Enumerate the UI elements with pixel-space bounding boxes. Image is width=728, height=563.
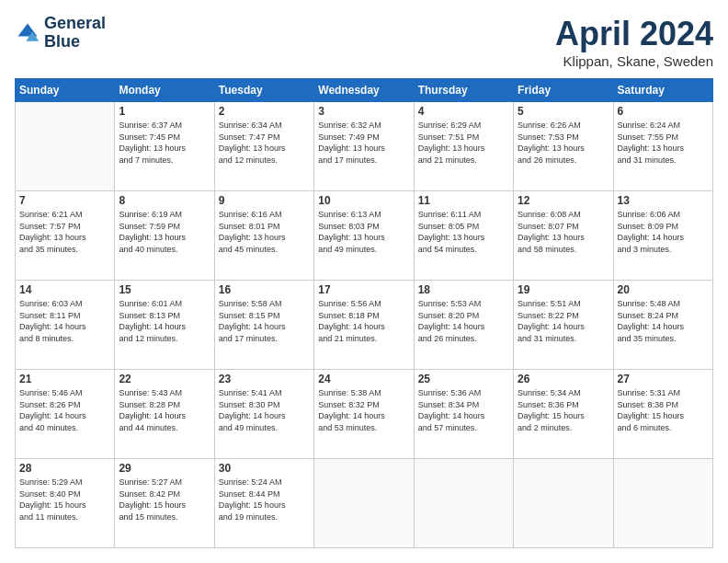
month-title: April 2024 [555,15,713,53]
calendar-cell: 5Sunrise: 6:26 AM Sunset: 7:53 PM Daylig… [514,102,613,191]
calendar-week-row: 14Sunrise: 6:03 AM Sunset: 8:11 PM Dayli… [16,281,713,370]
day-number: 14 [19,283,110,296]
day-info: Sunrise: 6:13 AM Sunset: 8:03 PM Dayligh… [318,209,409,255]
logo-text: General Blue [44,15,106,52]
day-number: 18 [418,283,509,296]
day-info: Sunrise: 5:58 AM Sunset: 8:15 PM Dayligh… [219,298,310,344]
calendar-cell: 11Sunrise: 6:11 AM Sunset: 8:05 PM Dayli… [414,191,513,281]
calendar-cell: 7Sunrise: 6:21 AM Sunset: 7:57 PM Daylig… [16,191,115,281]
day-number: 7 [19,194,110,207]
calendar-cell: 26Sunrise: 5:34 AM Sunset: 8:36 PM Dayli… [514,370,613,459]
day-info: Sunrise: 6:08 AM Sunset: 8:07 PM Dayligh… [518,209,609,255]
day-number: 2 [219,105,310,118]
calendar-cell: 29Sunrise: 5:27 AM Sunset: 8:42 PM Dayli… [115,459,214,548]
calendar-cell: 19Sunrise: 5:51 AM Sunset: 8:22 PM Dayli… [514,281,613,370]
day-number: 1 [119,105,210,118]
day-number: 13 [618,194,709,207]
day-number: 23 [219,373,310,385]
day-number: 24 [318,373,409,385]
calendar-cell: 12Sunrise: 6:08 AM Sunset: 8:07 PM Dayli… [514,191,613,281]
day-number: 28 [19,462,110,475]
day-number: 21 [19,373,110,385]
day-number: 8 [119,194,210,207]
calendar-cell [514,459,613,548]
day-info: Sunrise: 5:24 AM Sunset: 8:44 PM Dayligh… [219,477,310,523]
day-info: Sunrise: 6:19 AM Sunset: 7:59 PM Dayligh… [119,209,210,255]
day-number: 9 [219,194,310,207]
calendar-cell: 9Sunrise: 6:16 AM Sunset: 8:01 PM Daylig… [214,191,313,281]
day-info: Sunrise: 6:01 AM Sunset: 8:13 PM Dayligh… [119,298,210,344]
calendar-cell: 28Sunrise: 5:29 AM Sunset: 8:40 PM Dayli… [16,459,115,548]
day-info: Sunrise: 5:48 AM Sunset: 8:24 PM Dayligh… [618,298,709,344]
day-info: Sunrise: 6:21 AM Sunset: 7:57 PM Dayligh… [19,209,110,255]
day-of-week-header: Wednesday [314,79,414,102]
day-info: Sunrise: 5:27 AM Sunset: 8:42 PM Dayligh… [119,477,210,523]
calendar-week-row: 1Sunrise: 6:37 AM Sunset: 7:45 PM Daylig… [16,102,713,191]
location-subtitle: Klippan, Skane, Sweden [555,53,713,69]
logo-icon [15,20,40,46]
calendar-cell [613,459,712,548]
day-info: Sunrise: 5:53 AM Sunset: 8:20 PM Dayligh… [418,298,509,344]
calendar-cell [16,102,115,191]
day-info: Sunrise: 6:16 AM Sunset: 8:01 PM Dayligh… [219,209,310,255]
calendar-cell: 22Sunrise: 5:43 AM Sunset: 8:28 PM Dayli… [115,370,214,459]
day-number: 6 [618,105,709,118]
day-number: 27 [618,373,709,385]
header: General Blue April 2024 Klippan, Skane, … [15,15,713,69]
calendar-cell: 8Sunrise: 6:19 AM Sunset: 7:59 PM Daylig… [115,191,214,281]
day-info: Sunrise: 6:24 AM Sunset: 7:55 PM Dayligh… [618,120,709,166]
day-info: Sunrise: 5:46 AM Sunset: 8:26 PM Dayligh… [19,387,110,433]
day-number: 5 [518,105,609,118]
calendar-table: SundayMondayTuesdayWednesdayThursdayFrid… [15,78,713,548]
days-of-week-row: SundayMondayTuesdayWednesdayThursdayFrid… [16,79,713,102]
calendar-cell: 25Sunrise: 5:36 AM Sunset: 8:34 PM Dayli… [414,370,513,459]
day-info: Sunrise: 6:32 AM Sunset: 7:49 PM Dayligh… [318,120,409,166]
day-info: Sunrise: 5:38 AM Sunset: 8:32 PM Dayligh… [318,387,409,433]
day-number: 3 [318,105,409,118]
day-of-week-header: Monday [115,79,214,102]
calendar-week-row: 7Sunrise: 6:21 AM Sunset: 7:57 PM Daylig… [16,191,713,281]
day-info: Sunrise: 6:37 AM Sunset: 7:45 PM Dayligh… [119,120,210,166]
day-number: 4 [418,105,509,118]
logo: General Blue [15,15,106,52]
day-info: Sunrise: 6:29 AM Sunset: 7:51 PM Dayligh… [418,120,509,166]
calendar-cell: 21Sunrise: 5:46 AM Sunset: 8:26 PM Dayli… [16,370,115,459]
day-number: 12 [518,194,609,207]
day-of-week-header: Saturday [613,79,712,102]
day-info: Sunrise: 6:03 AM Sunset: 8:11 PM Dayligh… [19,298,110,344]
calendar-cell: 1Sunrise: 6:37 AM Sunset: 7:45 PM Daylig… [115,102,214,191]
day-number: 26 [518,373,609,385]
day-info: Sunrise: 5:43 AM Sunset: 8:28 PM Dayligh… [119,387,210,433]
calendar-cell: 23Sunrise: 5:41 AM Sunset: 8:30 PM Dayli… [214,370,313,459]
day-number: 25 [418,373,509,385]
calendar-cell: 24Sunrise: 5:38 AM Sunset: 8:32 PM Dayli… [314,370,414,459]
calendar-cell [314,459,414,548]
day-number: 15 [119,283,210,296]
page: General Blue April 2024 Klippan, Skane, … [0,0,728,563]
day-number: 20 [618,283,709,296]
day-number: 19 [518,283,609,296]
day-of-week-header: Friday [514,79,613,102]
logo-line2: Blue [44,33,106,52]
calendar-cell: 6Sunrise: 6:24 AM Sunset: 7:55 PM Daylig… [613,102,712,191]
calendar-body: 1Sunrise: 6:37 AM Sunset: 7:45 PM Daylig… [16,102,713,548]
day-of-week-header: Tuesday [214,79,313,102]
day-info: Sunrise: 6:06 AM Sunset: 8:09 PM Dayligh… [618,209,709,255]
day-info: Sunrise: 5:51 AM Sunset: 8:22 PM Dayligh… [518,298,609,344]
day-info: Sunrise: 5:41 AM Sunset: 8:30 PM Dayligh… [219,387,310,433]
day-number: 11 [418,194,509,207]
calendar-cell: 2Sunrise: 6:34 AM Sunset: 7:47 PM Daylig… [214,102,313,191]
day-of-week-header: Thursday [414,79,513,102]
day-info: Sunrise: 6:11 AM Sunset: 8:05 PM Dayligh… [418,209,509,255]
day-number: 16 [219,283,310,296]
calendar-cell: 14Sunrise: 6:03 AM Sunset: 8:11 PM Dayli… [16,281,115,370]
day-of-week-header: Sunday [16,79,115,102]
calendar-cell: 18Sunrise: 5:53 AM Sunset: 8:20 PM Dayli… [414,281,513,370]
calendar-cell: 13Sunrise: 6:06 AM Sunset: 8:09 PM Dayli… [613,191,712,281]
day-info: Sunrise: 5:36 AM Sunset: 8:34 PM Dayligh… [418,387,509,433]
calendar-cell: 3Sunrise: 6:32 AM Sunset: 7:49 PM Daylig… [314,102,414,191]
day-info: Sunrise: 6:26 AM Sunset: 7:53 PM Dayligh… [518,120,609,166]
calendar-cell: 10Sunrise: 6:13 AM Sunset: 8:03 PM Dayli… [314,191,414,281]
day-number: 10 [318,194,409,207]
calendar-cell: 4Sunrise: 6:29 AM Sunset: 7:51 PM Daylig… [414,102,513,191]
